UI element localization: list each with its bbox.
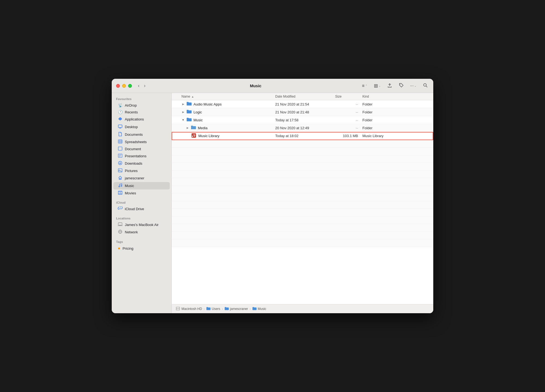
share-icon	[387, 83, 392, 89]
movies-icon	[118, 191, 123, 195]
main-content: Favourites 📡 AirDrop 🕐 Recents Applicati…	[112, 93, 433, 313]
sidebar-item-label: Applications	[125, 117, 144, 121]
file-kind: Folder	[362, 126, 433, 130]
breadcrumb-folder-icon	[252, 307, 257, 311]
sidebar-item-downloads[interactable]: Downloads	[113, 160, 170, 167]
file-date: Today at 18:02	[275, 134, 335, 138]
name-column-header[interactable]: Name ▲	[172, 95, 275, 98]
file-kind: Folder	[362, 110, 433, 114]
applications-icon	[118, 117, 123, 122]
home-icon	[118, 176, 123, 181]
nav-buttons: ‹ ›	[136, 82, 147, 89]
breadcrumb-label: Music	[258, 307, 266, 311]
file-row[interactable]: ▶ Media 20 Nov 2020 at 12:49 -- Folder	[172, 124, 433, 132]
file-name: ▶ Media	[172, 125, 275, 131]
list-view-icon: ≡	[362, 83, 364, 88]
document-icon	[118, 147, 123, 151]
breadcrumb: Macintosh HD › Users ›	[172, 304, 433, 313]
grid-view-arrow: ⌄	[379, 84, 381, 87]
file-name: ▶ Audio Music Apps	[172, 101, 275, 107]
file-date: Today at 17:58	[275, 118, 335, 122]
file-name: Music Library	[172, 133, 275, 139]
file-row[interactable]: ▶ Logic 21 Nov 2020 at 21:48 -- Folder	[172, 108, 433, 116]
sidebar-item-presentations[interactable]: Presentations	[113, 153, 170, 159]
list-view-button[interactable]: ≡ ⌃	[361, 82, 368, 89]
breadcrumb-users[interactable]: Users	[206, 307, 220, 311]
sidebar-item-label: Recents	[125, 110, 138, 114]
sidebar-item-applications[interactable]: Applications	[113, 116, 170, 123]
share-button[interactable]	[386, 82, 393, 90]
sidebar-item-icloud-drive[interactable]: iCloud Drive	[113, 206, 170, 212]
sidebar: Favourites 📡 AirDrop 🕐 Recents Applicati…	[112, 93, 172, 313]
tag-button[interactable]	[398, 82, 405, 90]
svg-point-13	[119, 186, 120, 187]
file-size: --	[335, 110, 362, 114]
svg-point-20	[194, 135, 195, 137]
breadcrumb-label: jamescraner	[230, 307, 248, 311]
grid-view-button[interactable]: ⊞ ⌄	[373, 82, 382, 90]
downloads-icon	[118, 161, 123, 166]
empty-row	[172, 232, 433, 239]
sidebar-item-spreadsheets[interactable]: Spreadsheets	[113, 138, 170, 145]
empty-row	[172, 216, 433, 224]
sidebar-item-recents[interactable]: 🕐 Recents	[113, 109, 170, 115]
empty-row	[172, 178, 433, 186]
window-title: Music	[150, 83, 361, 88]
favourites-header: Favourites	[112, 95, 171, 102]
presentations-icon	[118, 154, 123, 158]
breadcrumb-music[interactable]: Music	[252, 307, 266, 311]
svg-line-2	[426, 86, 428, 87]
minimize-button[interactable]	[122, 84, 126, 88]
file-row[interactable]: ▶ Audio Music Apps 21 Nov 2020 at 21:54 …	[172, 100, 433, 108]
sidebar-item-movies[interactable]: Movies	[113, 190, 170, 197]
grid-view-icon: ⊞	[374, 83, 378, 89]
sidebar-item-label: Network	[125, 230, 138, 234]
breadcrumb-label: Macintosh HD	[181, 307, 202, 311]
sidebar-item-desktop[interactable]: Desktop	[113, 123, 170, 131]
list-view-arrow: ⌃	[365, 84, 367, 87]
more-button[interactable]: ··· ⌄	[409, 82, 417, 89]
breadcrumb-sep: ›	[204, 307, 205, 310]
sidebar-item-network[interactable]: Network	[113, 228, 170, 236]
svg-point-1	[424, 83, 426, 86]
date-column-header[interactable]: Date Modified	[275, 95, 335, 98]
size-column-header[interactable]: Size	[335, 95, 362, 98]
tag-icon	[399, 83, 404, 89]
forward-button[interactable]: ›	[142, 82, 147, 89]
sidebar-item-documents[interactable]: Documents	[113, 131, 170, 138]
chevron-down-icon: ▼	[181, 119, 185, 121]
file-date: 21 Nov 2020 at 21:54	[275, 102, 335, 106]
file-date: 20 Nov 2020 at 12:49	[275, 126, 335, 130]
file-row[interactable]: ▼ Music Today at 17:58 -- Folder	[172, 116, 433, 124]
sidebar-item-music[interactable]: Music	[113, 182, 170, 189]
sidebar-item-document[interactable]: Document	[113, 146, 170, 152]
file-size: --	[335, 126, 362, 130]
back-button[interactable]: ‹	[136, 82, 141, 89]
column-headers: Name ▲ Date Modified Size Kind	[172, 93, 433, 100]
folder-icon	[191, 125, 196, 131]
breadcrumb-jamescraner[interactable]: jamescraner	[225, 307, 248, 311]
file-row-music-library[interactable]: Music Library Today at 18:02 103.1 MB Mu…	[172, 132, 433, 140]
sidebar-item-pricing[interactable]: ● Pricing	[113, 245, 170, 252]
kind-column-header[interactable]: Kind	[362, 95, 433, 98]
pictures-icon	[118, 168, 123, 173]
sidebar-item-macbook-air[interactable]: James's MacBook Air	[113, 221, 170, 228]
sidebar-item-label: Presentations	[125, 154, 147, 158]
sidebar-item-label: James's MacBook Air	[125, 223, 159, 227]
fullscreen-button[interactable]	[128, 84, 132, 88]
close-button[interactable]	[116, 84, 120, 88]
breadcrumb-macintosh-hd[interactable]: Macintosh HD	[181, 307, 202, 311]
recents-icon: 🕐	[118, 110, 123, 114]
folder-icon	[186, 117, 192, 123]
search-button[interactable]	[422, 82, 429, 90]
file-kind: Music Library	[362, 134, 433, 138]
hd-icon	[176, 307, 180, 311]
sidebar-item-label: Desktop	[125, 125, 138, 129]
sidebar-item-pictures[interactable]: Pictures	[113, 167, 170, 174]
empty-row	[172, 239, 433, 247]
svg-rect-16	[118, 223, 122, 225]
sidebar-item-airdrop[interactable]: 📡 AirDrop	[113, 102, 170, 108]
breadcrumb-folder-icon	[225, 307, 229, 311]
empty-row	[172, 201, 433, 209]
sidebar-item-jamescraner[interactable]: jamescraner	[113, 174, 170, 182]
